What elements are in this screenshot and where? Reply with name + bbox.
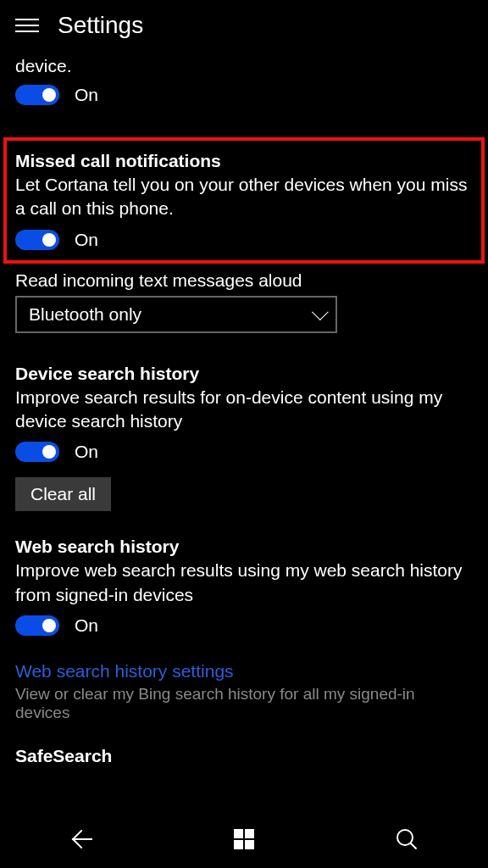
device-history-desc: Improve search results for on-device con…: [15, 386, 473, 434]
search-icon: [396, 829, 417, 849]
web-history-settings-desc: View or clear my Bing search history for…: [15, 685, 473, 722]
partial-toggle-label: On: [75, 85, 98, 105]
bottom-nav-bar: [0, 809, 488, 868]
back-button[interactable]: [47, 818, 115, 860]
settings-header: Settings: [0, 0, 488, 51]
device-history-title: Device search history: [15, 364, 473, 384]
safesearch-title: SafeSearch: [15, 746, 473, 766]
missed-calls-desc: Let Cortana tell you on your other devic…: [15, 173, 473, 221]
settings-content: device. On Missed call notifications Let…: [0, 51, 488, 809]
clear-all-button[interactable]: Clear all: [15, 477, 111, 511]
read-aloud-label: Read incoming text messages aloud: [15, 270, 473, 291]
windows-logo-icon: [234, 829, 254, 849]
missed-calls-highlight: Missed call notifications Let Cortana te…: [3, 137, 485, 264]
missed-calls-toggle[interactable]: [15, 230, 59, 250]
web-history-title: Web search history: [15, 537, 473, 557]
web-history-section: Web search history Improve web search re…: [15, 537, 473, 636]
device-history-section: Device search history Improve search res…: [15, 364, 473, 512]
hamburger-menu-icon[interactable]: [15, 19, 39, 32]
device-history-toggle[interactable]: [15, 442, 59, 462]
read-aloud-selected-value: Bluetooth only: [29, 304, 141, 325]
search-button[interactable]: [373, 818, 441, 860]
web-history-settings-link[interactable]: Web search history settings: [15, 661, 473, 682]
partial-toggle[interactable]: [15, 85, 59, 105]
missed-calls-title: Missed call notifications: [15, 151, 473, 171]
device-history-toggle-label: On: [75, 442, 98, 462]
missed-calls-toggle-label: On: [75, 230, 98, 250]
partial-section-desc: device.: [15, 56, 473, 76]
chevron-down-icon: [312, 303, 329, 320]
partial-toggle-row: On: [15, 85, 473, 105]
web-history-desc: Improve web search results using my web …: [15, 559, 473, 607]
back-arrow-icon: [71, 829, 92, 849]
device-history-toggle-row: On: [15, 442, 473, 462]
missed-calls-toggle-row: On: [15, 230, 473, 250]
page-title: Settings: [58, 12, 143, 39]
home-button[interactable]: [210, 818, 278, 860]
web-history-toggle-label: On: [75, 615, 98, 636]
web-history-toggle-row: On: [15, 615, 473, 636]
read-aloud-select[interactable]: Bluetooth only: [15, 296, 337, 333]
web-history-toggle[interactable]: [15, 615, 59, 636]
